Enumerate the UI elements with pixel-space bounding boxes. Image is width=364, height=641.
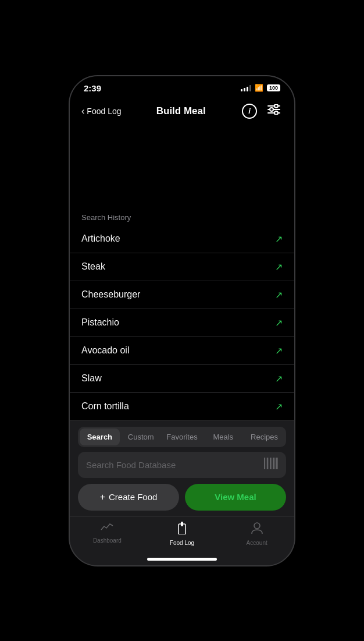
arrow-icon: ↗ (275, 261, 283, 272)
nav-label: Dashboard (93, 537, 122, 544)
history-item[interactable]: Pistachio ↗ (70, 309, 294, 337)
status-bar: 2:39 📶 100 (70, 76, 294, 97)
view-meal-button[interactable]: View Meal (185, 484, 286, 511)
history-item-text: Cheeseburger (81, 289, 140, 300)
history-item-text: Slaw (81, 373, 102, 384)
dashboard-icon (101, 522, 113, 535)
tab-item-favorites[interactable]: Favorites (162, 428, 202, 445)
svg-point-5 (274, 111, 278, 115)
account-icon (251, 522, 263, 537)
home-indicator (147, 558, 217, 561)
tab-item-recipes[interactable]: Recipes (244, 428, 284, 445)
nav-item-account[interactable]: Account (219, 522, 294, 546)
arrow-icon: ↗ (275, 373, 283, 384)
back-label: Food Log (87, 107, 121, 116)
tab-selector: SearchCustomFavoritesMealsRecipes (78, 427, 286, 447)
history-item[interactable]: Cheeseburger ↗ (70, 281, 294, 309)
svg-point-3 (270, 108, 273, 111)
arrow-icon: ↗ (275, 233, 283, 245)
battery-icon: 100 (267, 84, 280, 91)
bottom-nav: Dashboard Food Log Account (70, 516, 294, 558)
history-item-text: Artichoke (81, 233, 120, 244)
empty-space (70, 127, 294, 208)
nav-label: Account (247, 540, 267, 546)
back-arrow-icon: ‹ (81, 106, 84, 116)
history-item[interactable]: Artichoke ↗ (70, 225, 294, 253)
section-label: Search History (70, 208, 294, 225)
main-content: Search History Artichoke ↗ Steak ↗ Chees… (70, 127, 294, 421)
view-meal-label: View Meal (215, 492, 256, 502)
svg-rect-7 (266, 458, 266, 469)
phone-frame: 2:39 📶 100 ‹ Food Log Build Meal (0, 0, 364, 641)
nav-item-food-log[interactable]: Food Log (145, 522, 220, 546)
info-circle-icon: i (242, 104, 257, 119)
create-food-label: Create Food (109, 492, 157, 502)
bottom-toolbar: SearchCustomFavoritesMealsRecipes Search… (70, 421, 294, 565)
create-food-button[interactable]: + Create Food (78, 484, 179, 511)
arrow-icon: ↗ (275, 401, 283, 412)
wifi-icon: 📶 (255, 84, 263, 92)
svg-rect-12 (273, 458, 274, 469)
page-title: Build Meal (156, 105, 206, 117)
nav-label: Food Log (170, 540, 194, 546)
history-item-text: Avocado oil (81, 345, 129, 356)
settings-button[interactable] (265, 102, 283, 120)
food-log-icon (177, 522, 187, 537)
signal-icon (241, 84, 251, 91)
header-actions: i (241, 102, 283, 120)
history-item[interactable]: Slaw ↗ (70, 365, 294, 393)
search-history-section: Search History Artichoke ↗ Steak ↗ Chees… (70, 208, 294, 421)
tab-item-search[interactable]: Search (80, 428, 120, 445)
history-item[interactable]: Avocado oil ↗ (70, 337, 294, 365)
svg-rect-14 (276, 458, 277, 469)
svg-rect-15 (277, 458, 278, 469)
history-item[interactable]: Corn tortilla ↗ (70, 393, 294, 421)
search-placeholder: Search Food Database (86, 460, 264, 470)
back-button[interactable]: ‹ Food Log (81, 106, 122, 116)
phone: 2:39 📶 100 ‹ Food Log Build Meal (69, 75, 295, 566)
sliders-icon (267, 104, 280, 118)
plus-icon: + (100, 492, 105, 502)
svg-rect-10 (270, 458, 271, 469)
history-list: Artichoke ↗ Steak ↗ Cheeseburger ↗ Pista… (70, 225, 294, 421)
nav-item-dashboard[interactable]: Dashboard (70, 522, 145, 546)
svg-rect-11 (272, 458, 272, 469)
history-item-text: Steak (81, 261, 105, 272)
info-button[interactable]: i (241, 102, 258, 120)
header: ‹ Food Log Build Meal i (70, 97, 294, 127)
arrow-icon: ↗ (275, 345, 283, 356)
arrow-icon: ↗ (275, 317, 283, 328)
svg-point-19 (254, 523, 260, 529)
tab-item-custom[interactable]: Custom (121, 428, 161, 445)
search-input-wrapper[interactable]: Search Food Database (78, 452, 286, 478)
history-item[interactable]: Steak ↗ (70, 253, 294, 281)
history-item-text: Pistachio (81, 317, 119, 328)
tab-item-meals[interactable]: Meals (203, 428, 243, 445)
arrow-icon: ↗ (275, 289, 283, 300)
svg-rect-9 (269, 458, 269, 469)
barcode-icon[interactable] (264, 458, 278, 472)
action-buttons: + Create Food View Meal (78, 484, 286, 511)
svg-rect-8 (267, 458, 268, 469)
history-item-text: Corn tortilla (81, 401, 129, 412)
status-time: 2:39 (84, 83, 101, 93)
svg-rect-13 (274, 458, 275, 469)
svg-point-1 (274, 104, 278, 108)
svg-rect-6 (264, 458, 265, 469)
status-icons: 📶 100 (241, 84, 280, 92)
